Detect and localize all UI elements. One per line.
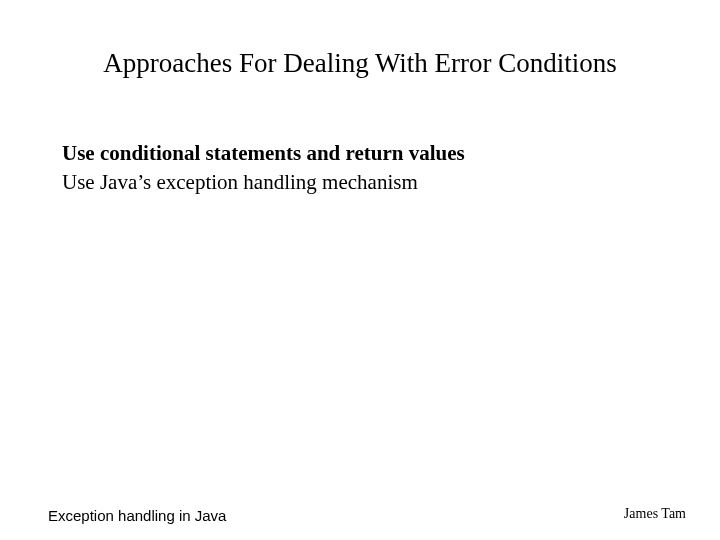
footer-topic: Exception handling in Java: [48, 507, 226, 524]
bullet-item: Use Java’s exception handling mechanism: [62, 169, 660, 196]
slide: Approaches For Dealing With Error Condit…: [0, 0, 720, 540]
slide-content: Use conditional statements and return va…: [62, 140, 660, 197]
bullet-item: Use conditional statements and return va…: [62, 140, 660, 167]
footer-author: James Tam: [624, 506, 686, 522]
slide-title: Approaches For Dealing With Error Condit…: [0, 48, 720, 79]
